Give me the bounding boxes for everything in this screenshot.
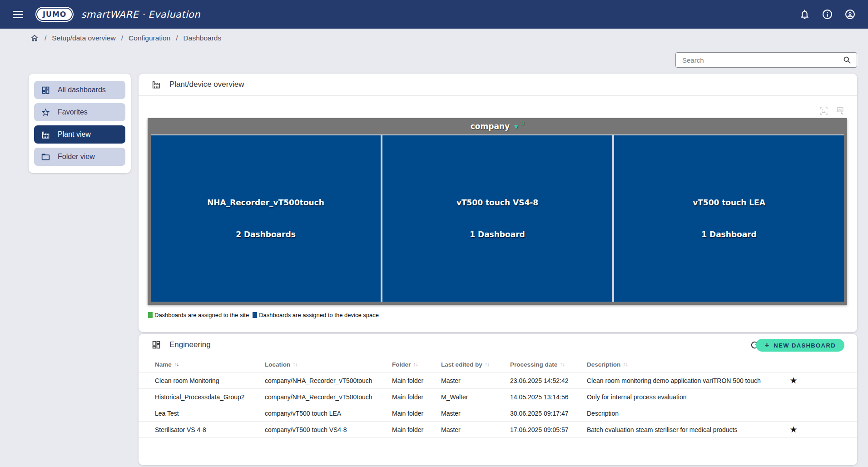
cell-description: Clean room monitoring demo application v…: [587, 377, 780, 384]
sidebar-item-all-dashboards[interactable]: All dashboards: [34, 81, 125, 99]
cell-folder: Main folder: [392, 377, 441, 384]
view-sidebar: All dashboards Favorites Plant view Fold…: [29, 74, 131, 173]
cell-location: company/NHA_Recorder_vT500touch: [265, 393, 392, 401]
panel-title: Plant/device overview: [169, 80, 244, 89]
column-label: Folder: [392, 361, 411, 368]
breadcrumb-item-dashboards[interactable]: Dashboards: [184, 34, 222, 42]
column-label: Location: [265, 361, 290, 368]
column-label: Processing date: [510, 361, 557, 368]
favorite-star-icon[interactable]: ★: [789, 425, 797, 434]
table-row[interactable]: Sterilisator VS 4-8 company/vT500 touch …: [139, 421, 857, 437]
menu-button[interactable]: [12, 8, 25, 21]
legend-label: Dashboards are assigned to the device sp…: [259, 312, 379, 318]
column-header-name[interactable]: Name ↑↓: [155, 361, 265, 368]
cell-location: company/vT500 touch VS4-8: [265, 426, 392, 433]
company-children-count: 3: [521, 119, 524, 126]
column-label: Last edited by: [441, 361, 482, 368]
device-dashboard-count: 2 Dashboards: [151, 230, 381, 239]
account-button[interactable]: [844, 9, 856, 20]
star-outline-icon: [41, 108, 50, 117]
panel-title: Engineering: [169, 340, 211, 349]
cell-location: company/vT500 touch LEA: [265, 410, 392, 417]
plant-overview-panel: Plant/device overview company ▼ 3 NHA_Re…: [139, 74, 857, 332]
column-header-last-edited-by[interactable]: Last edited by ↑↓: [441, 361, 510, 368]
company-label: company: [471, 122, 510, 131]
device-name: vT500 touch LEA: [614, 198, 844, 207]
sort-icons: ↑↓: [485, 361, 490, 368]
plant-tree: company ▼ 3 NHA_Recorder_vT500touch 2 Da…: [148, 118, 847, 305]
sort-icons: ↑↓: [623, 361, 628, 368]
cell-folder: Main folder: [392, 393, 441, 401]
factory-icon: [41, 130, 50, 139]
jumo-logo: JUMO: [36, 8, 73, 21]
search-input[interactable]: [682, 56, 843, 64]
legend-swatch-green: [148, 312, 153, 318]
cell-name: Clean room Monitoring: [155, 377, 265, 384]
cell-last-edited-by: Master: [441, 377, 510, 384]
sidebar-item-label: Favorites: [58, 108, 88, 116]
device-name: NHA_Recorder_vT500touch: [151, 198, 381, 207]
plus-icon: +: [764, 341, 769, 350]
column-header-folder[interactable]: Folder ↑↓: [392, 361, 441, 368]
fit-image-icon: [819, 106, 828, 116]
collapse-icon: ▼: [513, 123, 520, 130]
breadcrumb-item-setup[interactable]: Setup/data overview: [52, 34, 115, 42]
company-node[interactable]: company ▼ 3: [151, 118, 844, 134]
device-tile-nha-recorder[interactable]: NHA_Recorder_vT500touch 2 Dashboards: [151, 135, 381, 302]
product-title: smartWARE · Evaluation: [81, 9, 200, 20]
new-dashboard-button[interactable]: + NEW DASHBOARD: [756, 339, 844, 352]
device-tile-vt500-lea[interactable]: vT500 touch LEA 1 Dashboard: [614, 135, 844, 302]
notifications-button[interactable]: [799, 9, 811, 20]
breadcrumb-home-button[interactable]: [30, 34, 39, 43]
image-pointer-icon: [836, 106, 845, 116]
fit-image-button[interactable]: [819, 106, 828, 116]
device-tile-vt500-vs4-8[interactable]: vT500 touch VS4-8 1 Dashboard: [382, 135, 612, 302]
cell-folder: Main folder: [392, 410, 441, 417]
cell-last-edited-by: M_Walter: [441, 393, 510, 401]
dashboard-grid-icon: [151, 340, 161, 350]
table-row[interactable]: Clean room Monitoring company/NHA_Record…: [139, 372, 857, 388]
cell-description: Batch evaluation steam steriliser for me…: [587, 426, 780, 433]
dashboard-grid-icon: [41, 85, 50, 95]
cell-name: Sterilisator VS 4-8: [155, 426, 265, 433]
cell-last-edited-by: Master: [441, 410, 510, 417]
column-header-processing-date[interactable]: Processing date ↑↓: [510, 361, 587, 368]
account-icon: [844, 9, 856, 20]
cell-folder: Main folder: [392, 426, 441, 433]
sidebar-item-plant-view[interactable]: Plant view: [34, 125, 125, 144]
table-row[interactable]: Lea Test company/vT500 touch LEA Main fo…: [139, 405, 857, 421]
new-dashboard-label: NEW DASHBOARD: [774, 342, 836, 349]
cell-last-edited-by: Master: [441, 426, 510, 433]
legend-item-device-space: Dashboards are assigned to the device sp…: [253, 312, 379, 318]
home-icon: [30, 34, 39, 43]
column-label: Name: [155, 361, 172, 368]
info-button[interactable]: [822, 9, 833, 20]
column-header-description[interactable]: Description ↑↓: [587, 361, 780, 368]
cell-name: Lea Test: [155, 410, 265, 417]
legend-swatch-blue: [253, 312, 257, 318]
sidebar-item-folder-view[interactable]: Folder view: [34, 148, 125, 166]
search-button[interactable]: [843, 55, 852, 65]
column-label: Description: [587, 361, 620, 368]
sort-icons: ↑↓: [413, 361, 418, 368]
top-navbar: JUMO smartWARE · Evaluation: [0, 0, 868, 29]
sidebar-item-label: Folder view: [58, 153, 95, 161]
breadcrumb-separator: /: [176, 34, 178, 42]
favorite-star-icon[interactable]: ★: [789, 376, 797, 385]
cell-processing-date: 30.06.2025 09:17:47: [510, 410, 587, 417]
column-header-location[interactable]: Location ↑↓: [265, 361, 392, 368]
page: JUMO smartWARE · Evaluation / Setup/data…: [0, 0, 868, 467]
device-dashboard-count: 1 Dashboard: [382, 230, 612, 239]
factory-icon: [151, 79, 161, 89]
image-pointer-button[interactable]: [836, 106, 845, 116]
breadcrumb: / Setup/data overview / Configuration / …: [0, 29, 221, 48]
table-header-row: Name ↑↓ Location ↑↓ Folder ↑↓ Last edite…: [139, 357, 857, 372]
cell-location: company/NHA_Recorder_vT500touch: [265, 377, 392, 384]
plant-overview-header: Plant/device overview: [139, 74, 857, 96]
engineering-panel: Engineering + NEW DASHBOARD Name ↑↓ Loca…: [139, 334, 857, 465]
table-row[interactable]: Historical_Processdata_Group2 company/NH…: [139, 388, 857, 405]
breadcrumb-item-configuration[interactable]: Configuration: [129, 34, 170, 42]
cell-processing-date: 14.05.2025 13:14:56: [510, 393, 587, 401]
sidebar-item-favorites[interactable]: Favorites: [34, 103, 125, 121]
info-icon: [822, 9, 833, 20]
